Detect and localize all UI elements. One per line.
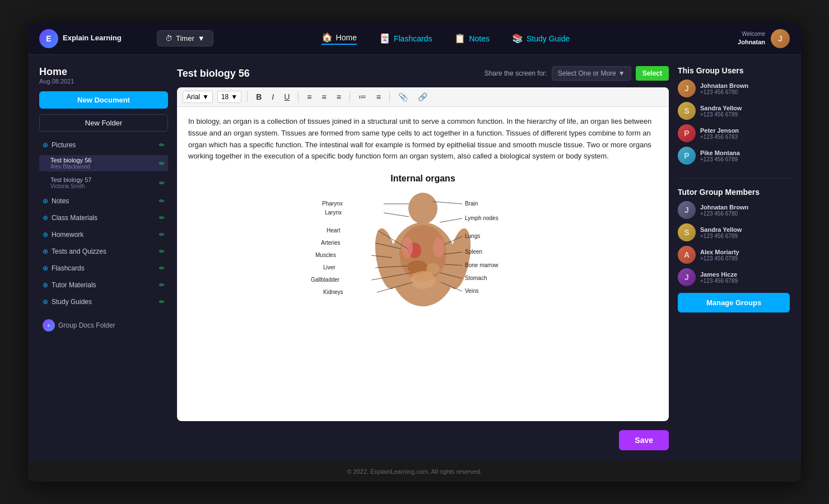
welcome-text: Welcome	[738, 30, 765, 38]
group-users-title: This Group Users	[678, 66, 790, 75]
tutor-phone-2: +123 456 6789	[700, 233, 790, 239]
sidebar-item-homework[interactable]: ⊕ Homework ✏	[39, 228, 168, 241]
svg-text:Bone marrow: Bone marrow	[465, 262, 499, 268]
new-document-button[interactable]: New Document	[39, 91, 168, 109]
sidebar-item-test-bio-57[interactable]: Test biology 57 Victoria Smith ✏	[39, 175, 168, 191]
svg-text:Veins: Veins	[465, 288, 478, 294]
sidebar-item-test-bio-56[interactable]: Test biology 56 Alex Blackwood ✏	[39, 155, 168, 171]
ordered-list-button[interactable]: ≔	[356, 91, 369, 103]
edit-icon-bio56[interactable]: ✏	[159, 160, 165, 167]
tutor-user-2: S Sandra Yellow +123 456 6789	[678, 223, 790, 241]
group-user-1: J Johnatan Brown +123 456 6780	[678, 80, 790, 97]
test-bio-56-author: Alex Blackwood	[50, 164, 91, 170]
italic-button[interactable]: I	[269, 91, 277, 103]
svg-point-7	[402, 237, 413, 258]
avatar-tutor-sandra: S	[678, 223, 696, 241]
notes-folder-label: Notes	[52, 197, 69, 205]
sidebar-item-class-materials[interactable]: ⊕ Class Materials ✏	[39, 211, 168, 225]
edit-icon-tutor[interactable]: ✏	[159, 281, 165, 289]
sidebar-item-tests[interactable]: ⊕ Tests and Quizzes ✏	[39, 245, 168, 258]
edit-icon-notes[interactable]: ✏	[159, 197, 165, 205]
sidebar-item-tutor[interactable]: ⊕ Tutor Materials ✏	[39, 278, 168, 292]
edit-icon-flash[interactable]: ✏	[159, 264, 165, 272]
svg-text:Kidneys: Kidneys	[323, 289, 343, 295]
nav-study-guide[interactable]: 📚 Study Guide	[512, 33, 570, 44]
svg-point-0	[408, 193, 437, 224]
user-phone-2: +123 456 6789	[700, 111, 790, 118]
group-docs-icon: +	[43, 319, 55, 332]
plus-icon-tests: ⊕	[43, 248, 48, 255]
link-button[interactable]: 🔗	[415, 91, 430, 103]
group-user-2: S Sandra Yellow +123 456 6789	[678, 102, 790, 120]
svg-text:Lungs: Lungs	[465, 233, 480, 239]
save-button[interactable]: Save	[619, 430, 669, 450]
document-title: Test biology 56	[177, 68, 250, 80]
new-folder-button[interactable]: New Folder	[39, 114, 168, 132]
share-select[interactable]: Select One or More ▼	[552, 66, 631, 81]
edit-icon-tests[interactable]: ✏	[159, 248, 165, 255]
align-center-button[interactable]: ≡	[319, 91, 329, 103]
bold-button[interactable]: B	[253, 91, 264, 103]
flashcards-icon: 🃏	[379, 33, 390, 44]
avatar-tutor-johnatan: J	[678, 201, 696, 219]
plus-icon-class: ⊕	[43, 214, 48, 222]
edit-icon-study[interactable]: ✏	[159, 298, 165, 306]
unordered-list-button[interactable]: ≡	[374, 91, 384, 103]
sidebar-item-study-guides[interactable]: ⊕ Study Guides ✏	[39, 295, 168, 309]
nav-notes[interactable]: 📋 Notes	[454, 33, 490, 44]
anatomy-diagram: Pharynx Larynx Heart Arteries	[188, 192, 658, 326]
user-area: Welcome Johnatan J	[678, 29, 790, 48]
share-area: Share the screen for: Select One or More…	[485, 66, 669, 81]
share-label: Share the screen for:	[485, 69, 547, 77]
user-name-3: Peter Jenson	[700, 127, 790, 134]
avatar-pike-montana: P	[678, 147, 696, 165]
sidebar-item-notes[interactable]: ⊕ Notes ✏	[39, 194, 168, 208]
nav-home[interactable]: 🏠 Home	[322, 32, 357, 45]
avatar-james-hicze: J	[678, 268, 696, 286]
edit-icon-pictures[interactable]: ✏	[159, 141, 165, 149]
edit-icon-class[interactable]: ✏	[159, 214, 165, 222]
tutor-phone-3: +123 456 0789	[700, 255, 790, 262]
select-share-button[interactable]: Select	[636, 66, 669, 81]
logo-area: E Explain Learning	[39, 29, 151, 48]
plus-icon-study: ⊕	[43, 298, 48, 306]
plus-icon-notes: ⊕	[43, 197, 48, 205]
study-icon: 📚	[512, 33, 523, 44]
main-content: Home Aug.08.2021 New Document New Folder…	[28, 55, 801, 461]
group-user-3: P Peter Jenson +123 456 6783	[678, 124, 790, 142]
user-avatar[interactable]: J	[771, 29, 790, 48]
flashcards-folder-label: Flashcards	[52, 264, 85, 272]
sidebar-item-pictures[interactable]: ⊕ Pictures ✏	[39, 138, 168, 152]
diagram-title: Internal organs	[188, 171, 658, 186]
timer-button[interactable]: ⏱ Timer ▼	[157, 30, 213, 46]
sidebar-item-flashcards[interactable]: ⊕ Flashcards ✏	[39, 262, 168, 275]
notes-icon: 📋	[454, 33, 465, 44]
edit-icon-bio57[interactable]: ✏	[159, 179, 165, 187]
separator-4	[389, 91, 390, 102]
align-left-button[interactable]: ≡	[304, 91, 314, 103]
tutor-user-3: A Alex Moriarty +123 456 0789	[678, 246, 790, 264]
attach-button[interactable]: 📎	[395, 91, 411, 103]
font-select[interactable]: Arial ▼	[183, 91, 213, 103]
underline-button[interactable]: U	[281, 91, 292, 103]
manage-groups-button[interactable]: Manage Groups	[678, 293, 790, 312]
tests-label: Tests and Quizzes	[52, 248, 106, 255]
timer-label: Timer	[176, 34, 194, 43]
nav-flashcards[interactable]: 🃏 Flashcards	[379, 33, 432, 44]
svg-text:Brain: Brain	[465, 200, 478, 207]
font-size-dropdown-icon: ▼	[231, 93, 237, 101]
editor-body[interactable]: In biology, an organ is a collection of …	[177, 107, 669, 421]
align-right-button[interactable]: ≡	[334, 91, 344, 103]
user-phone-1: +123 456 6780	[700, 89, 790, 95]
edit-icon-hw[interactable]: ✏	[159, 231, 165, 239]
font-size-select[interactable]: 18 ▼	[217, 91, 241, 103]
plus-icon-pictures: ⊕	[43, 141, 48, 149]
tutor-name-4: James Hicze	[700, 271, 790, 278]
study-guides-label: Study Guides	[52, 298, 92, 306]
panel-divider	[678, 178, 790, 179]
username-text: Johnatan	[738, 38, 765, 46]
test-bio-57-label: Test biology 57	[50, 176, 91, 183]
group-docs-folder[interactable]: + Group Docs Folder	[39, 316, 168, 334]
plus-icon-tutor: ⊕	[43, 281, 48, 289]
separator-1	[247, 91, 248, 102]
